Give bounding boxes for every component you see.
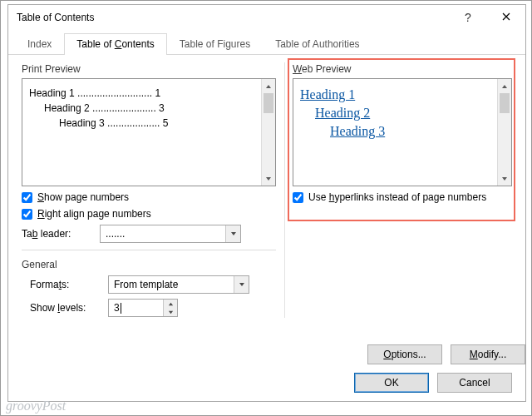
chevron-down-icon (225, 225, 240, 242)
tab-index[interactable]: Index (15, 33, 64, 55)
dialog-title: Table of Contents (17, 12, 449, 23)
general-label: General (22, 259, 276, 270)
web-preview-h3-link[interactable]: Heading 3 (330, 124, 385, 138)
dialog-toc: Table of Contents ? Index Table of Conte… (7, 4, 526, 402)
tab-leader-label: Tab leader: (22, 228, 91, 240)
close-icon (502, 12, 510, 23)
right-align-row: Right align page numbers (22, 208, 276, 220)
show-page-numbers-label: Show page numbers (37, 191, 129, 203)
use-hyperlinks-label: Use hyperlinks instead of page numbers (308, 191, 486, 203)
right-column: Web Preview Heading 1 Heading 2 Heading … (293, 63, 512, 322)
print-preview-label: Print Preview (22, 63, 276, 75)
columns: Print Preview Heading 1 ................… (22, 63, 512, 322)
tab-leader-value: ....... (101, 228, 130, 240)
print-preview-h1: Heading 1 ........................... 1 (29, 87, 254, 99)
formats-value: From template (109, 279, 183, 290)
column-divider (284, 62, 285, 318)
web-preview-box: Heading 1 Heading 2 Heading 3 (293, 78, 512, 186)
scroll-track[interactable] (498, 93, 511, 171)
use-hyperlinks-row: Use hyperlinks instead of page numbers (293, 191, 512, 203)
right-buttons: Options... Modify... (367, 344, 525, 364)
cancel-button[interactable]: Cancel (437, 373, 512, 393)
show-levels-spinner[interactable]: 3 (108, 299, 178, 317)
tab-table-of-contents[interactable]: Table of Contents (64, 33, 166, 55)
ok-button[interactable]: OK (354, 373, 429, 393)
tab-table-of-figures[interactable]: Table of Figures (167, 33, 263, 55)
scroll-down-button[interactable] (262, 171, 275, 186)
print-preview-content: Heading 1 ........................... 1 … (22, 79, 261, 186)
tab-table-of-authorities[interactable]: Table of Authorities (263, 33, 372, 55)
question-icon: ? (465, 11, 471, 24)
text-caret (121, 303, 121, 314)
show-levels-label: Show levels: (30, 302, 100, 314)
spinner-down-button[interactable] (164, 308, 177, 316)
dialog-footer: OK Cancel (8, 364, 525, 401)
scroll-down-button[interactable] (498, 171, 511, 186)
modify-button[interactable]: Modify... (451, 344, 525, 364)
web-preview-h2-link[interactable]: Heading 2 (315, 106, 370, 120)
formats-label: Formats: (30, 279, 100, 290)
close-button[interactable] (487, 5, 525, 30)
show-page-numbers-checkbox[interactable] (22, 192, 32, 203)
watermark: groovyPost (6, 399, 66, 414)
scroll-thumb[interactable] (264, 93, 273, 113)
scroll-track[interactable] (262, 93, 275, 171)
scroll-up-button[interactable] (498, 79, 511, 93)
scroll-thumb[interactable] (500, 93, 510, 113)
options-button[interactable]: Options... (367, 344, 442, 364)
show-page-numbers-row: Show page numbers (22, 191, 276, 203)
divider (22, 250, 276, 250)
scroll-up-button[interactable] (262, 79, 275, 93)
web-preview-h1-link[interactable]: Heading 1 (300, 87, 355, 102)
tab-leader-select[interactable]: ....... (100, 225, 241, 243)
print-preview-box: Heading 1 ........................... 1 … (22, 78, 276, 186)
print-preview-scrollbar[interactable] (261, 79, 275, 186)
web-preview-scrollbar[interactable] (497, 79, 511, 186)
tabstrip: Index Table of Contents Table of Figures… (8, 33, 525, 55)
screenshot-frame: Table of Contents ? Index Table of Conte… (0, 0, 532, 416)
print-preview-h3: Heading 3 ................... 5 (29, 117, 254, 129)
right-align-checkbox[interactable] (22, 209, 32, 220)
titlebar: Table of Contents ? (8, 5, 525, 30)
left-column: Print Preview Heading 1 ................… (22, 63, 276, 322)
show-levels-value[interactable]: 3 (109, 300, 163, 316)
help-button[interactable]: ? (449, 5, 487, 30)
spinner-up-button[interactable] (164, 300, 177, 308)
web-preview-label: Web Preview (293, 63, 512, 75)
chevron-down-icon (234, 276, 249, 293)
formats-select[interactable]: From template (108, 275, 249, 294)
right-align-label: Right align page numbers (37, 208, 151, 220)
print-preview-h2: Heading 2 ....................... 3 (29, 102, 254, 114)
dialog-body: Print Preview Heading 1 ................… (8, 58, 525, 364)
tab-leader-row: Tab leader: ....... (22, 225, 276, 243)
spinner-buttons (163, 300, 177, 316)
show-levels-row: Show levels: 3 (22, 299, 276, 317)
use-hyperlinks-checkbox[interactable] (293, 192, 303, 203)
formats-row: Formats: From template (22, 275, 276, 294)
web-preview-content: Heading 1 Heading 2 Heading 3 (293, 79, 497, 186)
